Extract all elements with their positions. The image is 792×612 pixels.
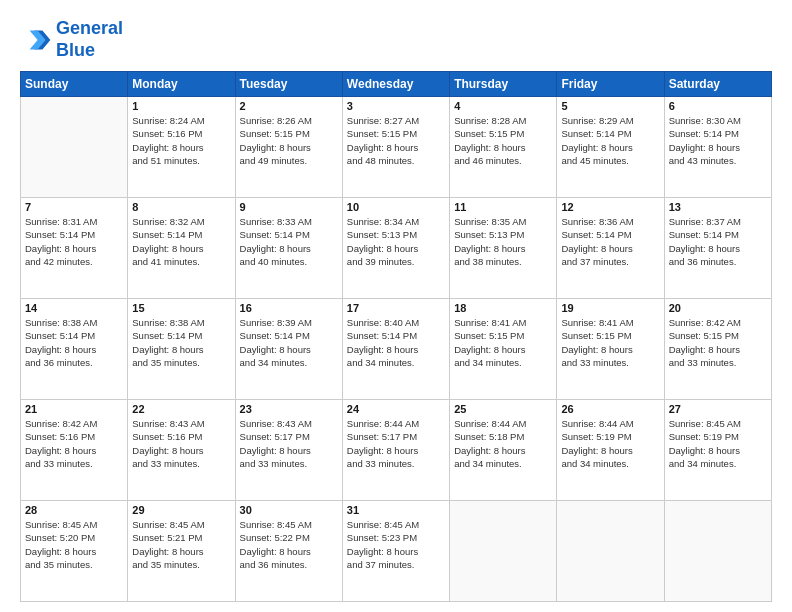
- calendar-cell: 10Sunrise: 8:34 AMSunset: 5:13 PMDayligh…: [342, 198, 449, 299]
- calendar-cell: 19Sunrise: 8:41 AMSunset: 5:15 PMDayligh…: [557, 299, 664, 400]
- calendar-cell: 8Sunrise: 8:32 AMSunset: 5:14 PMDaylight…: [128, 198, 235, 299]
- calendar-cell: 31Sunrise: 8:45 AMSunset: 5:23 PMDayligh…: [342, 501, 449, 602]
- calendar-cell: 25Sunrise: 8:44 AMSunset: 5:18 PMDayligh…: [450, 400, 557, 501]
- calendar-cell: [557, 501, 664, 602]
- day-number: 26: [561, 403, 659, 415]
- day-number: 25: [454, 403, 552, 415]
- day-number: 23: [240, 403, 338, 415]
- calendar-cell: [664, 501, 771, 602]
- day-info: Sunrise: 8:35 AMSunset: 5:13 PMDaylight:…: [454, 215, 552, 268]
- header-saturday: Saturday: [664, 72, 771, 97]
- day-info: Sunrise: 8:44 AMSunset: 5:17 PMDaylight:…: [347, 417, 445, 470]
- calendar-cell: 18Sunrise: 8:41 AMSunset: 5:15 PMDayligh…: [450, 299, 557, 400]
- logo-icon: [20, 24, 52, 56]
- calendar-cell: 9Sunrise: 8:33 AMSunset: 5:14 PMDaylight…: [235, 198, 342, 299]
- day-number: 5: [561, 100, 659, 112]
- day-number: 27: [669, 403, 767, 415]
- day-number: 1: [132, 100, 230, 112]
- header-tuesday: Tuesday: [235, 72, 342, 97]
- day-info: Sunrise: 8:33 AMSunset: 5:14 PMDaylight:…: [240, 215, 338, 268]
- calendar-cell: 12Sunrise: 8:36 AMSunset: 5:14 PMDayligh…: [557, 198, 664, 299]
- calendar-cell: [450, 501, 557, 602]
- day-info: Sunrise: 8:38 AMSunset: 5:14 PMDaylight:…: [132, 316, 230, 369]
- calendar-week-1: 1Sunrise: 8:24 AMSunset: 5:16 PMDaylight…: [21, 97, 772, 198]
- day-number: 20: [669, 302, 767, 314]
- calendar-cell: 3Sunrise: 8:27 AMSunset: 5:15 PMDaylight…: [342, 97, 449, 198]
- day-info: Sunrise: 8:30 AMSunset: 5:14 PMDaylight:…: [669, 114, 767, 167]
- day-number: 8: [132, 201, 230, 213]
- day-number: 30: [240, 504, 338, 516]
- header-monday: Monday: [128, 72, 235, 97]
- calendar-cell: 17Sunrise: 8:40 AMSunset: 5:14 PMDayligh…: [342, 299, 449, 400]
- calendar-cell: 29Sunrise: 8:45 AMSunset: 5:21 PMDayligh…: [128, 501, 235, 602]
- calendar-cell: 27Sunrise: 8:45 AMSunset: 5:19 PMDayligh…: [664, 400, 771, 501]
- header-friday: Friday: [557, 72, 664, 97]
- calendar-cell: 20Sunrise: 8:42 AMSunset: 5:15 PMDayligh…: [664, 299, 771, 400]
- day-number: 21: [25, 403, 123, 415]
- day-info: Sunrise: 8:38 AMSunset: 5:14 PMDaylight:…: [25, 316, 123, 369]
- day-info: Sunrise: 8:42 AMSunset: 5:15 PMDaylight:…: [669, 316, 767, 369]
- calendar-cell: 11Sunrise: 8:35 AMSunset: 5:13 PMDayligh…: [450, 198, 557, 299]
- day-number: 28: [25, 504, 123, 516]
- calendar-week-5: 28Sunrise: 8:45 AMSunset: 5:20 PMDayligh…: [21, 501, 772, 602]
- calendar-cell: 2Sunrise: 8:26 AMSunset: 5:15 PMDaylight…: [235, 97, 342, 198]
- calendar-header-row: Sunday Monday Tuesday Wednesday Thursday…: [21, 72, 772, 97]
- calendar-cell: 7Sunrise: 8:31 AMSunset: 5:14 PMDaylight…: [21, 198, 128, 299]
- day-number: 11: [454, 201, 552, 213]
- calendar-week-2: 7Sunrise: 8:31 AMSunset: 5:14 PMDaylight…: [21, 198, 772, 299]
- day-info: Sunrise: 8:32 AMSunset: 5:14 PMDaylight:…: [132, 215, 230, 268]
- day-number: 13: [669, 201, 767, 213]
- day-number: 7: [25, 201, 123, 213]
- page: General Blue Sunday Monday Tuesday Wedne…: [0, 0, 792, 612]
- day-info: Sunrise: 8:42 AMSunset: 5:16 PMDaylight:…: [25, 417, 123, 470]
- day-info: Sunrise: 8:27 AMSunset: 5:15 PMDaylight:…: [347, 114, 445, 167]
- day-info: Sunrise: 8:37 AMSunset: 5:14 PMDaylight:…: [669, 215, 767, 268]
- day-number: 3: [347, 100, 445, 112]
- day-number: 9: [240, 201, 338, 213]
- day-info: Sunrise: 8:43 AMSunset: 5:17 PMDaylight:…: [240, 417, 338, 470]
- day-number: 19: [561, 302, 659, 314]
- logo-text: General Blue: [56, 18, 123, 61]
- logo: General Blue: [20, 18, 123, 61]
- day-info: Sunrise: 8:45 AMSunset: 5:19 PMDaylight:…: [669, 417, 767, 470]
- calendar-week-3: 14Sunrise: 8:38 AMSunset: 5:14 PMDayligh…: [21, 299, 772, 400]
- day-info: Sunrise: 8:45 AMSunset: 5:20 PMDaylight:…: [25, 518, 123, 571]
- day-info: Sunrise: 8:34 AMSunset: 5:13 PMDaylight:…: [347, 215, 445, 268]
- day-info: Sunrise: 8:45 AMSunset: 5:23 PMDaylight:…: [347, 518, 445, 571]
- calendar-cell: 21Sunrise: 8:42 AMSunset: 5:16 PMDayligh…: [21, 400, 128, 501]
- day-info: Sunrise: 8:41 AMSunset: 5:15 PMDaylight:…: [561, 316, 659, 369]
- calendar-cell: 16Sunrise: 8:39 AMSunset: 5:14 PMDayligh…: [235, 299, 342, 400]
- calendar-cell: 30Sunrise: 8:45 AMSunset: 5:22 PMDayligh…: [235, 501, 342, 602]
- day-number: 18: [454, 302, 552, 314]
- day-number: 31: [347, 504, 445, 516]
- day-info: Sunrise: 8:29 AMSunset: 5:14 PMDaylight:…: [561, 114, 659, 167]
- calendar-cell: 4Sunrise: 8:28 AMSunset: 5:15 PMDaylight…: [450, 97, 557, 198]
- day-number: 14: [25, 302, 123, 314]
- day-info: Sunrise: 8:36 AMSunset: 5:14 PMDaylight:…: [561, 215, 659, 268]
- day-info: Sunrise: 8:28 AMSunset: 5:15 PMDaylight:…: [454, 114, 552, 167]
- calendar-cell: 14Sunrise: 8:38 AMSunset: 5:14 PMDayligh…: [21, 299, 128, 400]
- day-info: Sunrise: 8:26 AMSunset: 5:15 PMDaylight:…: [240, 114, 338, 167]
- calendar-cell: 5Sunrise: 8:29 AMSunset: 5:14 PMDaylight…: [557, 97, 664, 198]
- calendar-cell: 6Sunrise: 8:30 AMSunset: 5:14 PMDaylight…: [664, 97, 771, 198]
- calendar-week-4: 21Sunrise: 8:42 AMSunset: 5:16 PMDayligh…: [21, 400, 772, 501]
- header-wednesday: Wednesday: [342, 72, 449, 97]
- header-sunday: Sunday: [21, 72, 128, 97]
- day-number: 12: [561, 201, 659, 213]
- day-number: 29: [132, 504, 230, 516]
- calendar-cell: 24Sunrise: 8:44 AMSunset: 5:17 PMDayligh…: [342, 400, 449, 501]
- day-number: 22: [132, 403, 230, 415]
- day-number: 6: [669, 100, 767, 112]
- day-number: 2: [240, 100, 338, 112]
- calendar-cell: 28Sunrise: 8:45 AMSunset: 5:20 PMDayligh…: [21, 501, 128, 602]
- day-number: 17: [347, 302, 445, 314]
- calendar-cell: 15Sunrise: 8:38 AMSunset: 5:14 PMDayligh…: [128, 299, 235, 400]
- day-info: Sunrise: 8:44 AMSunset: 5:19 PMDaylight:…: [561, 417, 659, 470]
- day-info: Sunrise: 8:31 AMSunset: 5:14 PMDaylight:…: [25, 215, 123, 268]
- day-info: Sunrise: 8:40 AMSunset: 5:14 PMDaylight:…: [347, 316, 445, 369]
- day-number: 16: [240, 302, 338, 314]
- day-info: Sunrise: 8:45 AMSunset: 5:21 PMDaylight:…: [132, 518, 230, 571]
- day-number: 4: [454, 100, 552, 112]
- calendar-cell: 23Sunrise: 8:43 AMSunset: 5:17 PMDayligh…: [235, 400, 342, 501]
- calendar-cell: 13Sunrise: 8:37 AMSunset: 5:14 PMDayligh…: [664, 198, 771, 299]
